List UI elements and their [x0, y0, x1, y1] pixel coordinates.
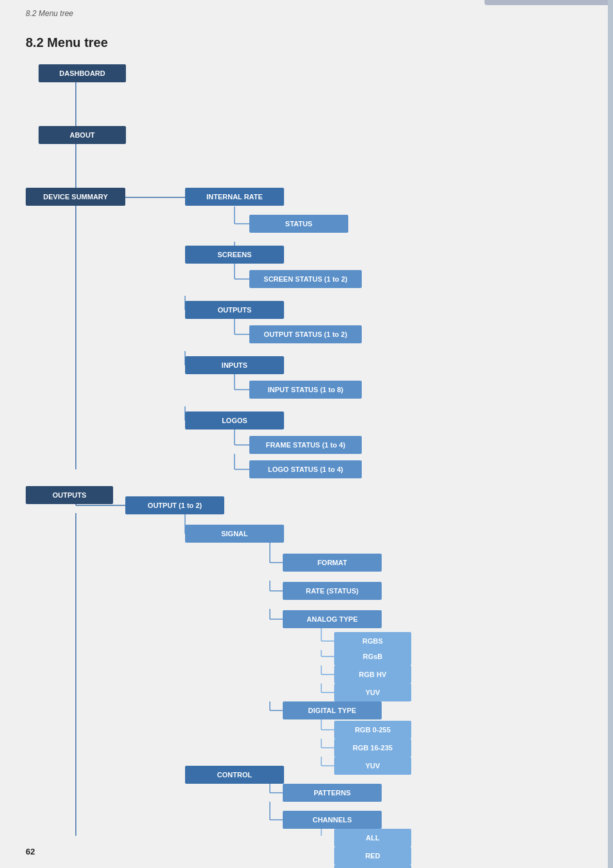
output-status-node: OUTPUT STATUS (1 to 2): [249, 325, 362, 343]
dashboard-node: DASHBOARD: [39, 64, 126, 82]
rgsb-node: RGsB: [334, 647, 411, 665]
format-node: FORMAT: [283, 554, 382, 572]
digital-type-node: DIGITAL TYPE: [283, 701, 382, 719]
right-bar-accent: [608, 0, 613, 868]
top-bar-accent: [484, 0, 613, 5]
signal-node: SIGNAL: [185, 525, 284, 543]
red-node: RED: [334, 847, 411, 865]
screen-status-node: SCREEN STATUS (1 to 2): [249, 270, 362, 288]
yuv-digital-node: YUV: [334, 757, 411, 775]
outputs-sub-node: OUTPUTS: [185, 301, 284, 319]
channels-node: CHANNELS: [283, 811, 382, 829]
outputs-main-node: OUTPUTS: [26, 486, 113, 504]
rgb-16-235-node: RGB 16-235: [334, 739, 411, 757]
patterns-node: PATTERNS: [283, 784, 382, 802]
input-status-node: INPUT STATUS (1 to 8): [249, 381, 362, 399]
green-node: GREEN: [334, 865, 411, 868]
about-node: ABOUT: [39, 126, 126, 144]
yuv-analog-node: YUV: [334, 683, 411, 701]
logo-status-node: LOGO STATUS (1 to 4): [249, 460, 362, 478]
breadcrumb: 8.2 Menu tree: [26, 9, 73, 18]
all-node: ALL: [334, 829, 411, 847]
menu-tree: DASHBOARD ABOUT DEVICE SUMMARY INTERNAL …: [26, 64, 585, 836]
rgb-0-255-node: RGB 0-255: [334, 721, 411, 739]
logos-node: LOGOS: [185, 411, 284, 429]
frame-status-node: FRAME STATUS (1 to 4): [249, 436, 362, 454]
rate-status-node: RATE (STATUS): [283, 582, 382, 600]
inputs-sub-node: INPUTS: [185, 356, 284, 374]
page-number: 62: [26, 847, 35, 856]
rgb-hv-node: RGB HV: [334, 665, 411, 683]
analog-type-node: ANALOG TYPE: [283, 610, 382, 628]
control-node: CONTROL: [185, 766, 284, 784]
page-title: 8.2 Menu tree: [26, 35, 108, 50]
internal-rate-node: INTERNAL RATE: [185, 188, 284, 206]
status-node: STATUS: [249, 215, 348, 233]
output-1to2-node: OUTPUT (1 to 2): [125, 496, 224, 514]
screens-node: SCREENS: [185, 246, 284, 264]
device-summary-node: DEVICE SUMMARY: [26, 188, 125, 206]
